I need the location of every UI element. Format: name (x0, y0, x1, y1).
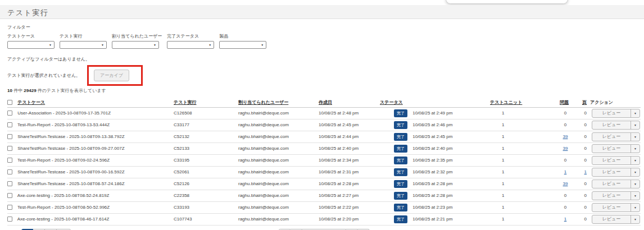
table-row: User-Association - 2025-10-08T09-17-35.7… (7, 107, 641, 119)
review-button[interactable]: レビュー ▼ (592, 191, 640, 200)
issues-count[interactable]: 39 (563, 146, 568, 151)
row-checkbox[interactable] (7, 122, 12, 127)
assigned-user: raghu.bhairi@deque.com (238, 119, 318, 131)
column-header-status[interactable]: ステータス (380, 100, 403, 105)
chevron-down-icon: ▼ (101, 44, 104, 47)
status-date: 10/08/25 at 2:46 pm (412, 122, 452, 127)
created-date: 10/08/25 at 2:34 pm (318, 154, 380, 166)
selection-row: テスト実行が選択されていません。 アーカイブ (7, 65, 641, 86)
row-checkbox[interactable] (7, 146, 12, 151)
filter-group-assigned-user: 割り当てられたユーザー ▼ (112, 33, 162, 49)
review-button-label: レビュー (592, 121, 631, 129)
table-body: User-Association - 2025-10-08T09-17-35.7… (7, 107, 641, 225)
testcase-name: ShareTestRun-Testcase - 2025-10-08T08-57… (17, 181, 124, 186)
assigned-user-filter-select[interactable]: ▼ (112, 41, 159, 49)
review-button-label: レビュー (592, 133, 631, 141)
pages-count: 0 (584, 205, 587, 210)
review-button[interactable]: レビュー ▼ (592, 215, 640, 224)
status-badge: 完了 (394, 157, 407, 164)
status-badge: 完了 (394, 168, 407, 176)
filter-group-product: 製品 ▼ (219, 33, 266, 49)
row-checkbox[interactable] (7, 169, 12, 174)
testcase-filter-select[interactable]: ▼ (7, 41, 55, 49)
chevron-down-icon[interactable]: ▼ (631, 215, 640, 223)
row-checkbox[interactable] (7, 193, 12, 198)
testcase-name: User-Association - 2025-10-08T09-17-35.7… (17, 111, 111, 116)
chevron-down-icon[interactable]: ▼ (631, 192, 640, 200)
testcase-name: Test-Run-Report - 2025-10-08T09-13-53.44… (17, 122, 110, 127)
review-button[interactable]: レビュー ▼ (592, 109, 640, 118)
pages-count: 0 (584, 181, 587, 186)
filter-label-product: 製品 (219, 33, 266, 39)
review-button[interactable]: レビュー ▼ (592, 156, 640, 165)
column-header-issues[interactable]: 問題 (560, 100, 569, 105)
row-checkbox[interactable] (7, 217, 12, 222)
review-button[interactable]: レビュー ▼ (592, 144, 640, 153)
review-button[interactable]: レビュー ▼ (592, 121, 640, 130)
table-row: ShareTestRun-Testcase - 2025-10-08T09-09… (7, 142, 641, 154)
select-all-checkbox[interactable] (7, 100, 12, 105)
review-button-label: レビュー (592, 157, 631, 164)
chevron-down-icon[interactable]: ▼ (631, 204, 640, 211)
archive-button[interactable]: アーカイブ (94, 70, 129, 81)
row-checkbox[interactable] (7, 181, 12, 186)
created-date: 10/08/25 at 2:31 pm (318, 166, 380, 178)
table-row: ShareTestRun-Testcase - 2025-10-08T09-13… (7, 131, 641, 142)
filters-section-label: フィルター (7, 24, 641, 30)
filter-group-testrun: テスト実行 ▼ (60, 33, 107, 49)
review-button-label: レビュー (592, 145, 631, 153)
issues-count: 0 (564, 111, 566, 116)
chevron-down-icon: ▼ (153, 44, 156, 47)
toast-remnant (446, 0, 568, 4)
issues-count[interactable]: 39 (563, 181, 568, 186)
column-header-testcase[interactable]: テストケース (17, 100, 45, 105)
chevron-down-icon[interactable]: ▼ (631, 133, 640, 141)
column-header-assigned-user[interactable]: 割り当てられたユーザー (238, 100, 288, 105)
status-badge: 完了 (394, 109, 407, 117)
column-header-testrun[interactable]: テスト実行 (174, 100, 197, 105)
issues-count[interactable]: 39 (563, 134, 568, 139)
review-button[interactable]: レビュー ▼ (592, 203, 640, 212)
column-header-pages[interactable]: 頁 (582, 100, 587, 105)
chevron-down-icon: ▼ (208, 44, 211, 47)
chevron-down-icon[interactable]: ▼ (631, 109, 640, 117)
chevron-down-icon[interactable]: ▼ (631, 121, 640, 129)
table-row: Axe-core-testing - 2025-10-08T08-52-24.8… (7, 190, 641, 201)
chevron-down-icon[interactable]: ▼ (631, 145, 640, 153)
assigned-user: raghu.bhairi@deque.com (238, 201, 318, 213)
total-count: 29429 (24, 88, 36, 93)
chevron-down-icon[interactable]: ▼ (631, 180, 640, 188)
testrun-id: C33195 (174, 154, 238, 166)
table-header-row: テストケース テスト実行 割り当てられたユーザー 作成日 ステータス テストユニ… (7, 98, 641, 107)
product-filter-select[interactable]: ▼ (219, 41, 266, 49)
test-units-count: 1 (490, 201, 560, 213)
issues-count[interactable]: 1 (564, 217, 566, 222)
row-checkbox[interactable] (7, 158, 12, 163)
filter-label-completion-status: 完了ステータス (167, 33, 214, 39)
test-units-count: 1 (490, 131, 560, 142)
chevron-down-icon[interactable]: ▼ (631, 157, 640, 164)
annotation-highlight-box: アーカイブ (87, 65, 143, 86)
review-button[interactable]: レビュー ▼ (592, 168, 640, 177)
completion-status-filter-select[interactable]: ▼ (167, 41, 214, 49)
row-checkbox[interactable] (7, 111, 12, 116)
column-header-created[interactable]: 作成日 (319, 100, 332, 105)
filter-group-completion-status: 完了ステータス ▼ (167, 33, 214, 49)
testrun-id: C52132 (174, 131, 238, 142)
assigned-user: raghu.bhairi@deque.com (238, 154, 318, 166)
row-checkbox[interactable] (7, 205, 12, 210)
assigned-user: raghu.bhairi@deque.com (238, 107, 318, 119)
chevron-down-icon[interactable]: ▼ (631, 168, 640, 176)
row-checkbox[interactable] (7, 134, 12, 139)
review-button[interactable]: レビュー ▼ (592, 132, 640, 141)
table-row: Test-Run-Report - 2025-10-08T09-13-53.44… (7, 119, 641, 131)
pages-count[interactable]: 1 (584, 169, 587, 174)
testcase-name: Axe-core-testing - 2025-10-08T08-46-17.6… (17, 217, 110, 222)
review-button[interactable]: レビュー ▼ (592, 180, 640, 188)
issues-count[interactable]: 1 (564, 169, 566, 174)
issues-count: 0 (564, 122, 566, 127)
testrun-filter-select[interactable]: ▼ (60, 41, 107, 49)
column-header-test-units[interactable]: テストユニット (490, 100, 522, 105)
status-badge: 完了 (394, 204, 407, 211)
chevron-down-icon: ▼ (261, 44, 264, 47)
